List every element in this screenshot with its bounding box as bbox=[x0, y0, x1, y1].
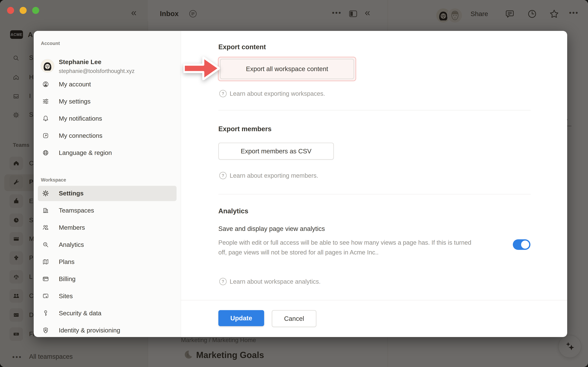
export-members-heading: Export members bbox=[218, 125, 271, 133]
sidebar-item-label: Analytics bbox=[59, 241, 84, 248]
sidebar-item-label: Teamspaces bbox=[59, 207, 94, 214]
sidebar-item-my-notifications[interactable]: My notifications bbox=[38, 111, 177, 126]
toggle-knob bbox=[521, 241, 529, 249]
help-label: Learn about workspace analytics. bbox=[230, 278, 321, 285]
key-icon bbox=[42, 310, 49, 317]
help-label: Learn about exporting members. bbox=[230, 172, 318, 179]
settings-sidebar: Account Stephanie Lee stephanie@toolsfor… bbox=[34, 31, 181, 337]
sidebar-item-billing[interactable]: Billing bbox=[38, 271, 177, 287]
globe-icon bbox=[42, 149, 49, 156]
sidebar-item-sites[interactable]: Sites bbox=[38, 289, 177, 304]
sidebar-item-label: My connections bbox=[59, 132, 103, 139]
sidebar-item-label: Identity & provisioning bbox=[59, 327, 120, 334]
sidebar-item-label: Members bbox=[59, 224, 85, 231]
sidebar-item-label: Language & region bbox=[59, 149, 112, 156]
tutorial-arrow-icon bbox=[183, 56, 220, 80]
sidebar-item-label: My settings bbox=[59, 98, 90, 105]
user-email: stephanie@toolsforthought.xyz bbox=[59, 68, 135, 74]
zoom-button[interactable] bbox=[32, 7, 39, 14]
close-button[interactable] bbox=[7, 7, 14, 14]
divider bbox=[218, 110, 531, 110]
sidebar-item-label: Security & data bbox=[59, 310, 101, 317]
sidebar-item-identity-provisioning[interactable]: Identity & provisioning bbox=[38, 323, 177, 337]
building-icon bbox=[42, 207, 49, 214]
export-highlight-box: Export all workspace content bbox=[218, 57, 356, 81]
user-name: Stephanie Lee bbox=[59, 58, 101, 66]
user-avatar bbox=[41, 59, 54, 73]
analytics-toggle[interactable] bbox=[513, 239, 530, 250]
map-icon bbox=[42, 258, 49, 265]
person-circle-icon bbox=[42, 81, 49, 88]
sidebar-item-members[interactable]: Members bbox=[38, 220, 177, 235]
bell-icon bbox=[42, 115, 49, 122]
sidebar-item-my-account[interactable]: My account bbox=[38, 77, 177, 92]
cancel-button[interactable]: Cancel bbox=[272, 310, 316, 327]
sidebar-item-my-settings[interactable]: My settings bbox=[38, 94, 177, 109]
id-badge-icon bbox=[42, 327, 49, 334]
help-icon: ? bbox=[219, 278, 227, 285]
help-icon: ? bbox=[219, 90, 227, 97]
sidebar-item-label: Billing bbox=[59, 275, 76, 283]
sliders-icon bbox=[42, 98, 49, 105]
footer-divider bbox=[181, 300, 567, 300]
screen: ACME A S H I S Teams C P bbox=[0, 0, 588, 367]
sidebar-item-label: Plans bbox=[59, 258, 75, 266]
settings-content: Export content Export all workspace cont… bbox=[181, 31, 567, 337]
sidebar-item-plans[interactable]: Plans bbox=[38, 254, 177, 270]
account-user[interactable]: Stephanie Lee stephanie@toolsforthought.… bbox=[41, 59, 181, 76]
sidebar-item-settings[interactable]: Settings bbox=[38, 186, 177, 201]
workspace-section-header: Workspace bbox=[41, 175, 181, 185]
analytics-description: People with edit or full access will be … bbox=[218, 238, 479, 257]
sidebar-item-label: Sites bbox=[59, 292, 73, 300]
analytics-heading: Analytics bbox=[218, 207, 248, 215]
help-label: Learn about exporting workspaces. bbox=[230, 90, 325, 97]
sidebar-item-teamspaces[interactable]: Teamspaces bbox=[38, 203, 177, 218]
learn-exporting-workspaces-link[interactable]: ? Learn about exporting workspaces. bbox=[219, 90, 325, 97]
analytics-setting-title: Save and display page view analytics bbox=[218, 225, 325, 233]
sidebar-item-label: My account bbox=[59, 81, 91, 88]
app-window: ACME A S H I S Teams C P bbox=[0, 0, 588, 367]
sidebar-item-analytics[interactable]: Analytics bbox=[38, 237, 177, 252]
update-button[interactable]: Update bbox=[218, 310, 264, 326]
settings-modal: Account Stephanie Lee stephanie@toolsfor… bbox=[34, 31, 567, 337]
browser-cursor-icon bbox=[42, 292, 49, 300]
minimize-button[interactable] bbox=[20, 7, 27, 14]
sidebar-item-language-region[interactable]: Language & region bbox=[38, 145, 177, 161]
export-all-workspace-content-button[interactable]: Export all workspace content bbox=[220, 59, 354, 79]
learn-workspace-analytics-link[interactable]: ? Learn about workspace analytics. bbox=[219, 278, 321, 285]
credit-card-icon bbox=[42, 275, 49, 283]
export-members-csv-button[interactable]: Export members as CSV bbox=[218, 143, 334, 160]
sidebar-item-label: Settings bbox=[59, 190, 84, 197]
magnifier-sparkle-icon bbox=[42, 241, 49, 248]
learn-exporting-members-link[interactable]: ? Learn about exporting members. bbox=[219, 172, 318, 179]
sidebar-item-label: My notifications bbox=[59, 115, 102, 122]
arrow-out-box-icon bbox=[42, 132, 49, 139]
divider bbox=[218, 194, 531, 194]
sidebar-item-my-connections[interactable]: My connections bbox=[38, 128, 177, 143]
export-content-heading: Export content bbox=[218, 43, 266, 51]
help-icon: ? bbox=[219, 172, 227, 179]
sidebar-item-security-data[interactable]: Security & data bbox=[38, 306, 177, 321]
account-section-header: Account bbox=[41, 39, 181, 48]
gear-icon bbox=[42, 190, 49, 197]
members-icon bbox=[42, 224, 49, 231]
window-controls bbox=[7, 7, 39, 14]
